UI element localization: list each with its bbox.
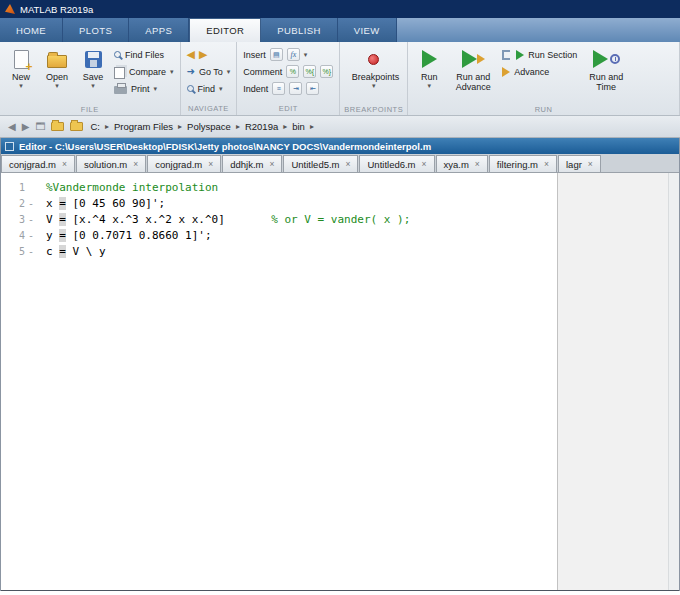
- comment-icon[interactable]: %: [286, 65, 299, 78]
- line-number: 3: [1, 212, 25, 228]
- code-segment: [0 45 60 90]';: [66, 197, 165, 210]
- insert-dropdown-icon[interactable]: ▾: [304, 51, 308, 59]
- code-segment: V: [46, 213, 59, 226]
- browse-documents-icon[interactable]: 🗔: [32, 121, 48, 132]
- line-exec-dash: -: [25, 244, 37, 260]
- run-and-advance-button[interactable]: Run and Advance: [448, 44, 498, 104]
- smart-indent-icon[interactable]: ≡: [272, 82, 285, 95]
- editor-tab[interactable]: filtering.m×: [489, 155, 557, 172]
- ribbon-tab-view[interactable]: VIEW: [338, 18, 397, 42]
- open-folder-icon: [47, 46, 67, 72]
- find-files-button[interactable]: Find Files: [112, 47, 176, 62]
- code-text: x = [0 45 60 90]';: [37, 196, 165, 212]
- compare-label: Compare: [129, 67, 166, 77]
- save-dropdown-icon[interactable]: ▾: [91, 82, 95, 89]
- tab-close-icon[interactable]: ×: [133, 159, 138, 169]
- editor-tab-label: solution.m: [84, 159, 127, 170]
- print-button[interactable]: Print ▾: [112, 81, 176, 96]
- tab-close-icon[interactable]: ×: [208, 159, 213, 169]
- editor-tab[interactable]: Untitled5.m×: [283, 155, 358, 172]
- breakpoints-icon: [368, 46, 379, 72]
- tab-close-icon[interactable]: ×: [544, 159, 549, 169]
- breadcrumb-segment[interactable]: Program Files: [110, 121, 177, 132]
- run-and-advance-icon: [462, 46, 485, 72]
- open-dropdown-icon[interactable]: ▾: [55, 82, 59, 89]
- run-dropdown-icon[interactable]: ▾: [427, 82, 431, 89]
- run-button[interactable]: Run ▾: [412, 44, 446, 104]
- ribbon-tab-home[interactable]: HOME: [0, 18, 63, 42]
- code-line: 4-y = [0 0.7071 0.8660 1]';: [1, 228, 679, 244]
- run-and-time-icon: [593, 46, 620, 72]
- ribbon-section-run: Run ▾ Run and Advance Run Section Adv: [408, 42, 680, 115]
- breadcrumb-segment[interactable]: C:: [86, 121, 104, 132]
- editor-tab[interactable]: xya.m×: [436, 155, 488, 172]
- ribbon-tab-publish[interactable]: PUBLISH: [261, 18, 337, 42]
- run-label: Run: [421, 72, 438, 82]
- run-and-time-button[interactable]: Run and Time: [581, 44, 631, 104]
- editor-tab[interactable]: conjgrad.m×: [1, 155, 75, 172]
- tab-close-icon[interactable]: ×: [346, 159, 351, 169]
- tab-close-icon[interactable]: ×: [62, 159, 67, 169]
- save-button-label: Save: [83, 72, 104, 82]
- forward-navigate-icon[interactable]: ▶: [199, 49, 207, 60]
- line-exec-dash: [25, 180, 37, 196]
- editor-tab[interactable]: lagr×: [558, 155, 601, 172]
- run-section-button[interactable]: Run Section: [500, 47, 579, 62]
- code-editor[interactable]: 1%Vandermonde interpolation2-x = [0 45 6…: [1, 173, 679, 591]
- ribbon-tab-plots[interactable]: PLOTS: [63, 18, 129, 42]
- tab-close-icon[interactable]: ×: [422, 159, 427, 169]
- forward-arrow-icon[interactable]: ▶: [19, 121, 33, 132]
- back-navigate-icon[interactable]: ◀: [187, 49, 195, 60]
- open-button[interactable]: Open ▾: [40, 44, 74, 104]
- goto-dropdown-icon[interactable]: ▾: [227, 68, 231, 76]
- new-button[interactable]: + New ▾: [4, 44, 38, 104]
- editor-tab[interactable]: conjgrad.m×: [147, 155, 221, 172]
- code-segment: y: [46, 229, 59, 242]
- save-button[interactable]: Save ▾: [76, 44, 110, 104]
- breakpoints-button[interactable]: Breakpoints ▾: [349, 44, 399, 104]
- find-button[interactable]: Find ▾: [185, 81, 233, 96]
- ribbon-tab-editor[interactable]: EDITOR: [189, 18, 261, 42]
- compare-button[interactable]: Compare ▾: [112, 64, 176, 79]
- print-dropdown-icon[interactable]: ▾: [154, 85, 158, 93]
- compare-dropdown-icon[interactable]: ▾: [170, 68, 174, 76]
- new-button-label: New: [12, 72, 30, 82]
- insert-function-icon[interactable]: fx: [287, 48, 300, 61]
- line-number: 1: [1, 180, 25, 196]
- ribbon-tab-apps[interactable]: APPS: [129, 18, 189, 42]
- editor-tab[interactable]: ddhjk.m×: [222, 155, 282, 172]
- run-section-icon: [502, 50, 510, 60]
- tab-close-icon[interactable]: ×: [269, 159, 274, 169]
- advance-button[interactable]: Advance: [500, 64, 579, 79]
- editor-tab[interactable]: solution.m×: [76, 155, 146, 172]
- editor-panel-title: Editor - C:\Users\USER\Desktop\FDISK\Jet…: [19, 141, 431, 152]
- insert-label: Insert: [243, 50, 266, 60]
- indent-left-icon[interactable]: ⇤: [306, 82, 319, 95]
- up-folder-icon[interactable]: [51, 122, 64, 131]
- breadcrumb-segment[interactable]: bin: [288, 121, 309, 132]
- ribbon-section-navigate: ◀ ▶ ➜ Go To ▾ Find ▾ NAVIGATE: [181, 42, 238, 115]
- uncomment-icon[interactable]: %{: [303, 65, 316, 78]
- advance-icon: [502, 67, 510, 77]
- new-dropdown-icon[interactable]: ▾: [19, 82, 23, 89]
- insert-section-icon[interactable]: ▤: [270, 48, 283, 61]
- code-line: 1%Vandermonde interpolation: [1, 180, 679, 196]
- code-segment: x: [46, 197, 59, 210]
- back-arrow-icon[interactable]: ◀: [5, 121, 19, 132]
- editor-tab-label: Untitled5.m: [291, 159, 339, 170]
- goto-button[interactable]: ➜ Go To ▾: [185, 64, 233, 79]
- tab-close-icon[interactable]: ×: [588, 159, 593, 169]
- print-label: Print: [131, 84, 150, 94]
- run-icon: [422, 46, 437, 72]
- current-folder-icon: [70, 122, 83, 131]
- tab-close-icon[interactable]: ×: [475, 159, 480, 169]
- breakpoints-dropdown-icon[interactable]: ▾: [372, 82, 376, 89]
- indent-right-icon[interactable]: ⇥: [289, 82, 302, 95]
- wrap-comments-icon[interactable]: %}: [320, 65, 333, 78]
- breadcrumb-segment[interactable]: Polyspace: [183, 121, 235, 132]
- find-dropdown-icon[interactable]: ▾: [219, 85, 223, 93]
- editor-tab[interactable]: Untitled6.m×: [359, 155, 434, 172]
- ribbon-section-edit: Insert ▤ fx ▾ Comment % %{ %} Indent ≡: [237, 42, 340, 115]
- ribbon-tab-strip: HOMEPLOTSAPPSEDITORPUBLISHVIEW: [0, 18, 680, 42]
- breadcrumb-segment[interactable]: R2019a: [241, 121, 282, 132]
